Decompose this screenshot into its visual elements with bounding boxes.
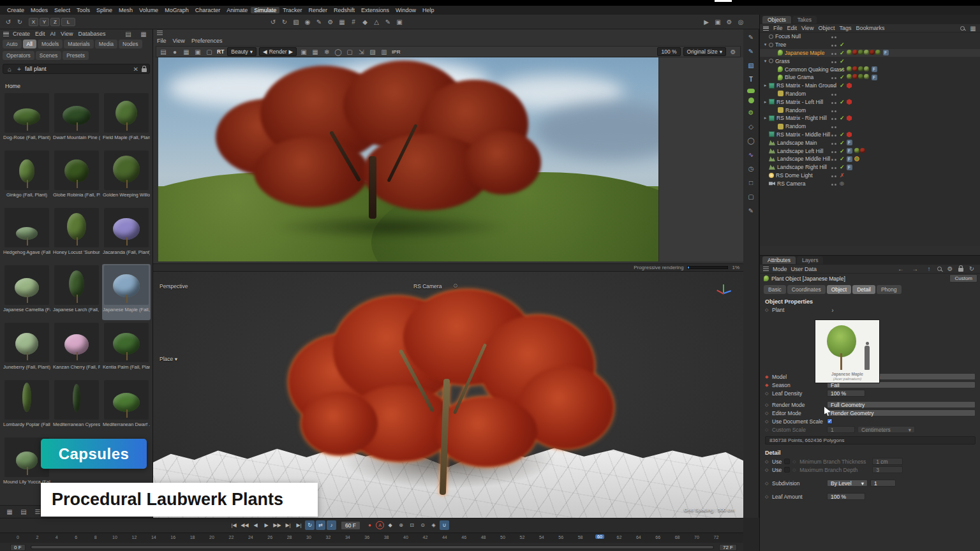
grid-icon[interactable]: ▦: [181, 47, 191, 57]
parameter-key-icon[interactable]: ◈: [429, 520, 438, 530]
menu-help[interactable]: Help: [419, 7, 438, 13]
blob-icon[interactable]: [748, 98, 754, 103]
render-picture-icon[interactable]: ▣: [713, 17, 723, 27]
render-preview-viewport[interactable]: [158, 57, 658, 261]
menu-bookmarks[interactable]: Bookmarks: [856, 25, 884, 31]
keyframe-icon[interactable]: ◆: [385, 520, 395, 530]
plant-tile-mediterranean-dwarf[interactable]: Mediterranean Dwarf ...: [102, 379, 151, 435]
mode-label[interactable]: Mode: [773, 266, 787, 272]
plant-tile-mediterranean-cypres[interactable]: Mediterranean Cypres...: [52, 379, 101, 435]
japanese-maple-selected[interactable]: [288, 290, 620, 500]
object-row-landscape-right-hill[interactable]: Landscape Right Hill✓F: [760, 163, 980, 172]
enabled-check-icon[interactable]: ✓: [840, 140, 845, 146]
redshift-material-icon[interactable]: [847, 83, 852, 89]
viewport-menu-icon[interactable]: [157, 31, 163, 35]
previous-key-icon[interactable]: ◀◀: [240, 520, 249, 530]
plant-tile-jacaranda-fall-plant[interactable]: Jacaranda (Fall, Plant): [102, 207, 151, 263]
object-row-random[interactable]: Random: [760, 90, 980, 98]
visibility-dots[interactable]: [831, 123, 838, 129]
field-tag-badge[interactable]: F: [847, 140, 852, 145]
menu-file[interactable]: File: [157, 38, 167, 44]
enabled-check-icon[interactable]: ✓: [840, 99, 845, 105]
grid-view-icon[interactable]: ▦: [4, 507, 15, 517]
sphere-dropdown-icon[interactable]: ●: [170, 47, 180, 57]
enabled-check-icon[interactable]: ✓: [840, 148, 845, 154]
material-swatches[interactable]: [847, 74, 870, 80]
plant-tile-field-maple-fall-plant[interactable]: Field Maple (Fall, Plant): [102, 92, 151, 148]
enabled-check-icon[interactable]: ✓: [840, 82, 845, 89]
capsule-icon[interactable]: [747, 89, 755, 93]
object-row-rs-matrix-right-hill[interactable]: ▸RS Matrix - Right Hill✓: [760, 114, 980, 122]
menu-auto[interactable]: Auto: [3, 40, 22, 48]
custom-scale-field[interactable]: 1: [827, 426, 855, 433]
leaf-amount-field[interactable]: 100 %: [827, 493, 865, 500]
menu-tags[interactable]: Tags: [839, 25, 851, 31]
anim-marker[interactable]: ◇: [765, 402, 769, 408]
menu-preferences[interactable]: Preferences: [191, 38, 223, 44]
render-mode-dropdown[interactable]: Beauty▾: [227, 47, 256, 56]
visibility-dots[interactable]: [831, 82, 838, 89]
menu-view[interactable]: View: [173, 38, 185, 44]
expand-arrow-icon[interactable]: ▾: [762, 42, 768, 47]
plant-tile-ginkgo-fall-plant[interactable]: Ginkgo (Fall, Plant): [3, 149, 51, 205]
menu-window[interactable]: Window: [392, 7, 419, 13]
menu-takes[interactable]: Takes: [792, 16, 817, 24]
expand-arrow-icon[interactable]: ▾: [762, 59, 768, 64]
subdivision-level-field[interactable]: 1: [870, 480, 896, 487]
enabled-check-icon[interactable]: ✓: [840, 115, 845, 121]
object-row-random[interactable]: Random: [760, 122, 980, 131]
anim-marker[interactable]: ◇: [792, 467, 797, 473]
circle-icon[interactable]: ◯: [333, 47, 343, 57]
menu-nodes[interactable]: Nodes: [119, 40, 142, 48]
redshift-material-icon[interactable]: [847, 99, 852, 105]
globe-icon[interactable]: ◎: [736, 17, 746, 27]
cube-icon[interactable]: ▧: [746, 61, 756, 70]
pencil-icon[interactable]: ✎: [746, 206, 756, 216]
add-icon[interactable]: +: [17, 64, 22, 74]
menu-edit[interactable]: Edit: [787, 25, 798, 31]
magnet-icon[interactable]: ∪: [440, 520, 449, 530]
menu-media[interactable]: Media: [95, 40, 117, 48]
attr-tab-basic[interactable]: Basic: [764, 285, 786, 294]
custom-button[interactable]: Custom: [949, 274, 977, 283]
field-tag-badge[interactable]: F: [883, 50, 889, 55]
menu-animate[interactable]: Animate: [223, 7, 251, 13]
camera-target-icon[interactable]: ◎: [840, 180, 844, 186]
menu-create[interactable]: Create: [13, 31, 30, 37]
expand-arrow-icon[interactable]: ▸: [762, 115, 768, 121]
menu-materials[interactable]: Materials: [64, 40, 93, 48]
gear-icon[interactable]: ⚙: [945, 264, 955, 274]
view-label[interactable]: Perspective: [160, 283, 188, 290]
spline-pen-icon[interactable]: ✎: [746, 47, 756, 56]
previous-frame-icon[interactable]: ◀: [251, 520, 260, 530]
axis-lock-icon[interactable]: ▣: [394, 17, 405, 27]
visibility-dots[interactable]: [831, 107, 838, 114]
visibility-dots[interactable]: [831, 156, 838, 162]
plant-tile-kanzan-cherry-fall-pl[interactable]: Kanzan Cherry (Fall, Pl...: [52, 321, 101, 378]
disabled-cross-icon[interactable]: ✗: [840, 172, 845, 179]
visibility-dots[interactable]: [831, 115, 838, 121]
panel-options-icon[interactable]: ▦: [138, 29, 149, 39]
menu-mograph[interactable]: MoGraph: [161, 7, 192, 13]
ripple-icon[interactable]: ⇄: [316, 520, 325, 530]
expand-arrow-icon[interactable]: ▸: [762, 99, 768, 105]
menu-select[interactable]: Select: [51, 7, 73, 13]
camera-label[interactable]: RS Camera: [413, 283, 442, 290]
menu-extensions[interactable]: Extensions: [358, 7, 392, 13]
anim-marker[interactable]: ◇: [792, 459, 797, 464]
object-row-rs-matrix-left-hill[interactable]: ▸RS Matrix - Left Hill✓: [760, 98, 980, 106]
pattern-icon[interactable]: ▨: [368, 47, 378, 57]
grid-icon[interactable]: ▦: [337, 17, 347, 27]
menu-all[interactable]: All: [23, 40, 36, 48]
field-tag-badge[interactable]: F: [847, 165, 852, 170]
object-row-rs-matrix-middle-hill[interactable]: RS Matrix - Middle Hill✓: [760, 131, 980, 139]
plant-tile-japanese-camellia-fal[interactable]: Japanese Camellia (Fal...: [3, 264, 51, 320]
field-tag-badge[interactable]: F: [847, 156, 852, 162]
axis-toggle-x[interactable]: X: [29, 18, 38, 26]
visibility-dots[interactable]: [831, 180, 838, 187]
plant-tile-japanese-maple-fall[interactable]: Japanese Maple (Fall, ...: [102, 264, 151, 320]
lock-icon[interactable]: [958, 268, 963, 272]
end-frame-field[interactable]: 72 F: [719, 544, 737, 551]
go-to-start-icon[interactable]: |◀: [229, 520, 239, 530]
menu-objects[interactable]: Objects: [762, 16, 791, 24]
